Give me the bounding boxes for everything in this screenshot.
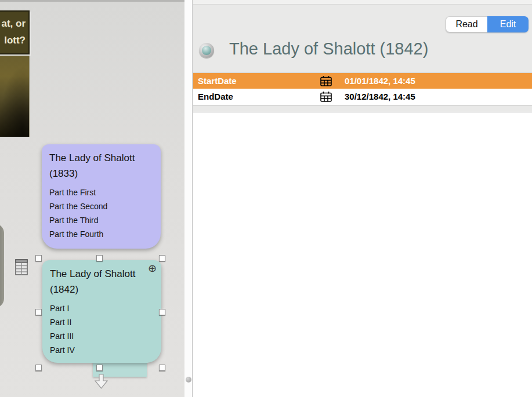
text-pane: Read Edit The Lady of Shalott (1842) Sta…	[193, 0, 532, 397]
selection-handle-bottom-mid[interactable]	[96, 365, 103, 371]
selection-handle-top-mid[interactable]	[96, 255, 103, 261]
note-item: Part the Fourth	[49, 227, 154, 241]
note-text-editor[interactable]	[193, 112, 532, 397]
map-view[interactable]: at, or lott? The Lady of Shalott (1833) …	[0, 0, 184, 397]
link-plus-icon[interactable]: ⊕	[148, 263, 157, 274]
attribute-name: StartDate	[198, 73, 237, 89]
clipped-note-image[interactable]	[0, 56, 30, 137]
attribute-row-startdate[interactable]: StartDate 01/01/1842, 14:45	[193, 72, 532, 89]
selection-handle-top-left[interactable]	[35, 255, 42, 261]
note-color-orb-icon	[199, 43, 214, 58]
read-button[interactable]: Read	[446, 16, 487, 32]
detail-top-strip	[193, 0, 532, 5]
note-item: Part IV	[50, 343, 154, 357]
note-lady-of-shalott-1833[interactable]: The Lady of Shalott (1833) Part the Firs…	[42, 144, 161, 249]
note-item: Part I	[50, 301, 154, 315]
edit-button[interactable]: Edit	[487, 16, 529, 32]
clipped-note-line2: lott?	[0, 32, 26, 49]
attribute-row-enddate[interactable]: EndDate 30/12/1842, 14:45	[193, 89, 532, 105]
offscreen-object-edge	[0, 224, 4, 308]
note-title: The Lady of Shalott (1842)	[50, 266, 154, 297]
note-title-field[interactable]: The Lady of Shalott (1842)	[229, 39, 525, 59]
panel-splitter[interactable]	[184, 0, 193, 397]
expand-children-arrow-icon[interactable]	[93, 374, 109, 389]
clipped-note-title[interactable]: at, or lott?	[0, 10, 30, 54]
attribute-value[interactable]: 30/12/1842, 14:45	[345, 89, 415, 105]
note-title: The Lady of Shalott (1833)	[49, 150, 154, 181]
attribute-name: EndDate	[198, 89, 233, 105]
selection-handle-bottom-left[interactable]	[35, 365, 42, 371]
note-lady-of-shalott-1842[interactable]: ⊕ The Lady of Shalott (1842) Part I Part…	[42, 260, 161, 363]
table-icon[interactable]	[15, 259, 28, 275]
note-item: Part III	[50, 329, 154, 343]
read-edit-toggle: Read Edit	[446, 16, 529, 32]
selection-handle-mid-left[interactable]	[35, 309, 42, 315]
calendar-icon[interactable]	[320, 90, 332, 103]
selection-handle-top-right[interactable]	[159, 255, 165, 261]
calendar-icon[interactable]	[320, 75, 332, 88]
note-item: Part II	[50, 315, 154, 329]
note-item: Part the First	[49, 185, 154, 199]
selection-handle-bottom-right[interactable]	[159, 365, 165, 371]
selection-handle-mid-right[interactable]	[159, 309, 165, 315]
splitter-handle-dot[interactable]	[186, 377, 191, 383]
attribute-value[interactable]: 01/01/1842, 14:45	[345, 73, 415, 89]
note-item: Part the Second	[49, 199, 154, 213]
clipped-note-line1: at, or	[0, 15, 26, 32]
note-item: Part the Third	[49, 213, 154, 227]
